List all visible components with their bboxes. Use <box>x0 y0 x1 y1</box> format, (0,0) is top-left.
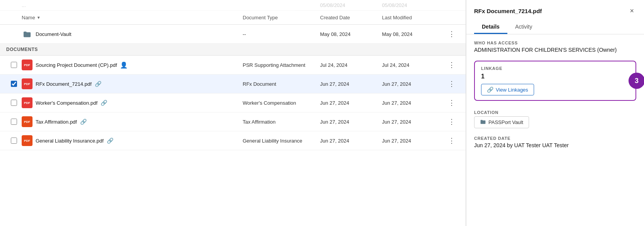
folder-icon <box>22 29 33 39</box>
row-more-options[interactable]: ⋮ <box>444 136 459 145</box>
row-doc-type: Worker's Compensation <box>243 100 320 106</box>
who-has-access-value: ADMINISTRATION FOR CHILDREN'S SERVICES (… <box>474 47 636 53</box>
row-checkbox-cell <box>6 138 22 144</box>
tabs-container: Details Activity <box>474 20 636 34</box>
tab-details[interactable]: Details <box>474 20 507 34</box>
row-file-name-cell: PDF Worker's Compensation.pdf 🔗 <box>22 97 243 108</box>
file-name-cell: ... <box>22 2 243 8</box>
folder-name-cell: Document-Vault <box>22 29 243 39</box>
partial-modified-date: 05/08/2024 <box>382 2 444 8</box>
sort-arrow-icon: ▼ <box>37 15 41 20</box>
close-button[interactable]: × <box>627 6 636 16</box>
row-file-name-cell: PDF Tax Affirmation.pdf 🔗 <box>22 116 243 127</box>
row-checkbox[interactable] <box>11 81 17 87</box>
tab-activity[interactable]: Activity <box>507 20 540 34</box>
row-doc-type: Tax Affirmation <box>243 119 320 125</box>
row-file-name: Tax Affirmation.pdf <box>36 119 77 125</box>
table-row: PDF General Liability Insurance.pdf 🔗 Ge… <box>0 131 466 150</box>
partial-created-date: 05/08/2024 <box>320 2 382 8</box>
table-row: PDF Sourcing Project Document (CP).pdf 👤… <box>0 56 466 75</box>
row-file-name: Worker's Compensation.pdf <box>36 100 98 106</box>
person-icon: 👤 <box>120 61 128 69</box>
folder-doc-type: -- <box>243 31 320 37</box>
table-row: PDF Worker's Compensation.pdf 🔗 Worker's… <box>0 93 466 112</box>
folder-name-text: Document-Vault <box>36 31 71 37</box>
pdf-icon: PDF <box>22 135 33 146</box>
row-checkbox[interactable] <box>11 119 17 125</box>
location-section: LOCATION PASSPort Vault <box>474 110 636 128</box>
row-file-name: RFx Document_7214.pdf <box>36 81 92 87</box>
created-date-label: CREATED DATE <box>474 136 636 141</box>
row-checkbox[interactable] <box>11 100 17 106</box>
row-file-name-cell: PDF General Liability Insurance.pdf 🔗 <box>22 135 243 146</box>
created-date-value: Jun 27, 2024 by UAT Tester UAT Tester <box>474 142 636 148</box>
row-checkbox-cell <box>6 100 22 106</box>
partial-row: ... 05/08/2024 05/08/2024 <box>0 0 466 11</box>
header-created-date[interactable]: Created Date <box>320 15 382 20</box>
location-label: LOCATION <box>474 110 636 115</box>
row-created-date: Jun 27, 2024 <box>320 138 382 144</box>
row-created-date: Jun 27, 2024 <box>320 119 382 125</box>
row-modified-date: Jul 24, 2024 <box>382 62 444 68</box>
link-chain-icon: 🔗 <box>95 81 101 87</box>
row-doc-type: PSR Supporting Attachment <box>243 62 320 68</box>
row-checkbox[interactable] <box>11 138 17 144</box>
row-modified-date: Jun 27, 2024 <box>382 138 444 144</box>
created-date-section: CREATED DATE Jun 27, 2024 by UAT Tester … <box>474 136 636 148</box>
header-checkbox-cell <box>6 15 22 20</box>
row-more-options[interactable]: ⋮ <box>444 61 459 69</box>
row-file-name: Sourcing Project Document (CP).pdf <box>36 62 117 68</box>
header-doc-type[interactable]: Document Type <box>243 15 320 20</box>
pdf-icon: PDF <box>22 97 33 108</box>
right-panel-title-row: RFx Document_7214.pdf × <box>474 6 636 16</box>
row-file-name-cell: PDF RFx Document_7214.pdf 🔗 <box>22 78 243 89</box>
linkage-count: 1 <box>481 73 629 80</box>
row-more-options[interactable]: ⋮ <box>444 80 459 88</box>
pdf-icon: PDF <box>22 59 33 70</box>
link-chain-icon: 🔗 <box>101 100 107 106</box>
pdf-icon: PDF <box>22 78 33 89</box>
linkage-label: LINKAGE <box>481 66 629 71</box>
header-name[interactable]: Name ▼ <box>22 15 243 20</box>
header-last-modified[interactable]: Last Modified <box>382 15 444 20</box>
row-file-name: General Liability Insurance.pdf <box>36 138 104 144</box>
vault-icon <box>480 119 486 126</box>
row-checkbox-cell <box>6 81 22 87</box>
row-checkbox[interactable] <box>11 62 17 68</box>
row-modified-date: Jun 27, 2024 <box>382 119 444 125</box>
row-file-name-cell: PDF Sourcing Project Document (CP).pdf 👤 <box>22 59 243 70</box>
row-doc-type: General Liability Insurance <box>243 138 320 144</box>
who-has-access-label: WHO HAS ACCESS <box>474 41 636 45</box>
right-panel-header: RFx Document_7214.pdf × Details Activity <box>466 0 644 34</box>
right-panel: RFx Document_7214.pdf × Details Activity… <box>466 0 644 226</box>
who-has-access-section: WHO HAS ACCESS ADMINISTRATION FOR CHILDR… <box>474 41 636 53</box>
header-actions <box>444 15 459 20</box>
row-more-options[interactable]: ⋮ <box>444 99 459 107</box>
view-linkages-button[interactable]: 🔗 View Linkages <box>481 84 534 95</box>
linkage-box: LINKAGE 1 🔗 View Linkages <box>474 61 636 101</box>
link-icon: 🔗 <box>487 87 493 93</box>
folder-more-options[interactable]: ⋮ <box>444 30 459 38</box>
right-panel-title: RFx Document_7214.pdf <box>474 8 542 14</box>
row-created-date: Jun 27, 2024 <box>320 81 382 87</box>
row-created-date: Jul 24, 2024 <box>320 62 382 68</box>
right-panel-content: WHO HAS ACCESS ADMINISTRATION FOR CHILDR… <box>466 34 644 226</box>
row-modified-date: Jun 27, 2024 <box>382 81 444 87</box>
folder-modified-date: May 08, 2024 <box>382 31 444 37</box>
row-more-options[interactable]: ⋮ <box>444 117 459 126</box>
partial-name: ... <box>22 2 26 8</box>
row-modified-date: Jun 27, 2024 <box>382 100 444 106</box>
row-checkbox-cell <box>6 119 22 125</box>
documents-section-label: DOCUMENTS <box>0 44 466 56</box>
row-created-date: Jun 27, 2024 <box>320 100 382 106</box>
document-list-panel: ... 05/08/2024 05/08/2024 Name ▼ Documen… <box>0 0 466 226</box>
row-checkbox-cell <box>6 62 22 68</box>
link-chain-icon: 🔗 <box>80 119 87 125</box>
location-button[interactable]: PASSPort Vault <box>474 116 529 128</box>
table-header: Name ▼ Document Type Created Date Last M… <box>0 11 466 25</box>
pdf-icon: PDF <box>22 116 33 127</box>
step-badge: 3 <box>629 73 644 89</box>
link-chain-icon: 🔗 <box>107 138 113 144</box>
table-row: PDF Tax Affirmation.pdf 🔗 Tax Affirmatio… <box>0 112 466 131</box>
table-row: PDF RFx Document_7214.pdf 🔗 RFx Document… <box>0 75 466 93</box>
